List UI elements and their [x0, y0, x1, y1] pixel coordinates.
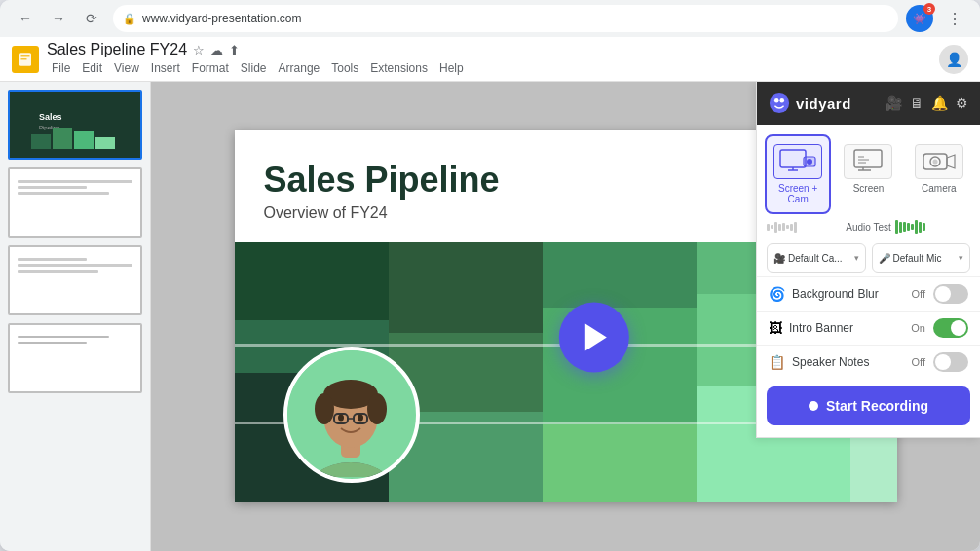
svg-rect-1: [21, 55, 30, 56]
forward-button[interactable]: →: [45, 5, 72, 32]
svg-point-25: [774, 98, 779, 103]
menu-tools[interactable]: Tools: [326, 59, 363, 77]
slides-title: Sales Pipeline FY24 ☆ ☁ ⬆: [47, 41, 469, 58]
tab-screen-cam[interactable]: Screen + Cam: [765, 134, 831, 214]
svg-text:Sales: Sales: [39, 112, 62, 122]
slides-app-icon: [12, 46, 39, 73]
bell-icon-btn[interactable]: 🔔: [931, 95, 948, 111]
menu-help[interactable]: Help: [434, 59, 469, 77]
recording-dot-icon: [809, 401, 818, 411]
tab-screen-cam-label: Screen + Cam: [771, 183, 825, 204]
extension-icon[interactable]: 👾 3: [906, 5, 933, 32]
menu-insert[interactable]: Insert: [146, 59, 185, 77]
menu-edit[interactable]: Edit: [77, 59, 107, 77]
svg-point-21: [338, 415, 344, 422]
start-recording-label: Start Recording: [826, 398, 928, 414]
slides-toolbar: Sales Pipeline FY24 ☆ ☁ ⬆ File Edit View…: [0, 37, 980, 82]
slide-subtitle: Overview of FY24: [264, 204, 500, 222]
svg-rect-6: [31, 134, 51, 149]
slide-thumb-3[interactable]: [8, 245, 142, 315]
camera-select-icon: 🎥: [773, 253, 785, 264]
blur-label: Background Blur: [792, 287, 879, 301]
slide-thumb-4[interactable]: [8, 323, 142, 393]
audio-bars-left: [767, 222, 842, 233]
camera-select[interactable]: 🎥 Default Ca... ▾: [767, 243, 866, 273]
toggle-speaker-notes: 📋 Speaker Notes Off: [757, 345, 980, 379]
vidyard-header-icons: 🎥 🖥 🔔 ⚙: [886, 95, 968, 111]
audio-test-label: Audio Test: [846, 222, 891, 233]
menu-view[interactable]: View: [109, 59, 144, 77]
menu-format[interactable]: Format: [187, 59, 234, 77]
browser-controls: ← → ⟳: [12, 5, 105, 32]
mic-select-arrow: ▾: [959, 253, 963, 263]
slide-thumb-2[interactable]: [8, 167, 142, 238]
camera-icon: [921, 149, 958, 174]
vidyard-logo-text: vidyard: [796, 95, 851, 112]
audio-bars-right: [895, 220, 970, 234]
lock-icon: 🔒: [123, 13, 136, 25]
notes-icon: 📋: [769, 354, 785, 370]
menu-extensions[interactable]: Extensions: [365, 59, 433, 77]
svg-rect-8: [74, 131, 94, 149]
toggle-intro-banner: 🖼 Intro Banner On: [757, 311, 980, 345]
menu-arrange[interactable]: Arrange: [274, 59, 325, 77]
tab-screen[interactable]: Screen: [835, 134, 901, 214]
url-text: www.vidyard-presentation.com: [142, 12, 301, 25]
svg-rect-2: [21, 58, 27, 59]
svg-point-41: [932, 160, 937, 165]
slide-thumb-1[interactable]: Sales Pipeline: [8, 90, 142, 160]
slides-menu: File Edit View Insert Format Slide Arran…: [47, 59, 469, 77]
tab-screen-label: Screen: [853, 183, 885, 194]
screen-icon: [849, 149, 886, 174]
ext-badge: 3: [923, 3, 935, 15]
notes-label: Speaker Notes: [792, 355, 869, 369]
back-button[interactable]: ←: [12, 5, 39, 32]
svg-rect-27: [780, 150, 806, 167]
browser-window: ← → ⟳ 🔒 www.vidyard-presentation.com 👾 3…: [0, 0, 980, 551]
device-selectors: 🎥 Default Ca... ▾ 🎤 Default Mic ▾: [757, 239, 980, 276]
svg-rect-33: [854, 150, 882, 167]
video-icon-btn[interactable]: 🎥: [886, 95, 902, 111]
vidyard-logo-icon: [769, 92, 790, 114]
svg-point-32: [807, 159, 812, 165]
tab-camera[interactable]: Camera: [906, 134, 972, 214]
tab-camera-label: Camera: [922, 183, 957, 194]
mic-select[interactable]: 🎤 Default Mic ▾: [872, 243, 971, 273]
menu-file[interactable]: File: [47, 59, 75, 77]
svg-point-24: [770, 93, 789, 113]
share-icon[interactable]: ⬆: [229, 43, 240, 57]
banner-label: Intro Banner: [789, 321, 853, 335]
play-button[interactable]: [558, 303, 628, 373]
start-recording-button[interactable]: Start Recording: [767, 386, 970, 425]
refresh-button[interactable]: ⟳: [78, 5, 105, 32]
vidyard-panel: vidyard 🎥 🖥 🔔 ⚙: [756, 82, 980, 438]
mic-select-value: Default Mic: [893, 253, 957, 264]
toggle-background-blur: 🌀 Background Blur Off: [757, 276, 980, 311]
vidyard-header: vidyard 🎥 🖥 🔔 ⚙: [757, 82, 980, 125]
slides-title-text: Sales Pipeline FY24: [47, 41, 187, 58]
blur-status: Off: [912, 288, 925, 300]
slide-main-title: Sales Pipeline: [264, 160, 500, 201]
address-bar[interactable]: 🔒 www.vidyard-presentation.com: [113, 5, 898, 32]
mic-select-icon: 🎤: [879, 253, 890, 264]
main-content: Sales Pipeline: [0, 82, 980, 551]
blur-toggle[interactable]: [933, 284, 968, 304]
settings-icon-btn[interactable]: ⚙: [956, 95, 968, 111]
notes-toggle[interactable]: [933, 352, 968, 372]
star-icon[interactable]: ☆: [193, 43, 205, 57]
svg-rect-7: [53, 128, 72, 149]
cloud-icon: ☁: [210, 43, 223, 57]
svg-rect-9: [95, 137, 115, 149]
audio-test-row: Audio Test: [757, 214, 980, 239]
user-avatar[interactable]: 👤: [939, 45, 968, 74]
screen-icon-btn[interactable]: 🖥: [910, 95, 923, 111]
browser-titlebar: ← → ⟳ 🔒 www.vidyard-presentation.com 👾 3…: [0, 0, 980, 37]
browser-menu-button[interactable]: ⋮: [941, 5, 968, 32]
banner-icon: 🖼: [769, 320, 782, 336]
menu-slide[interactable]: Slide: [236, 59, 272, 77]
svg-point-17: [367, 393, 387, 424]
banner-toggle[interactable]: [933, 318, 968, 338]
svg-point-26: [779, 98, 784, 103]
chart-col-2: [389, 242, 543, 502]
camera-select-value: Default Ca...: [788, 253, 851, 264]
